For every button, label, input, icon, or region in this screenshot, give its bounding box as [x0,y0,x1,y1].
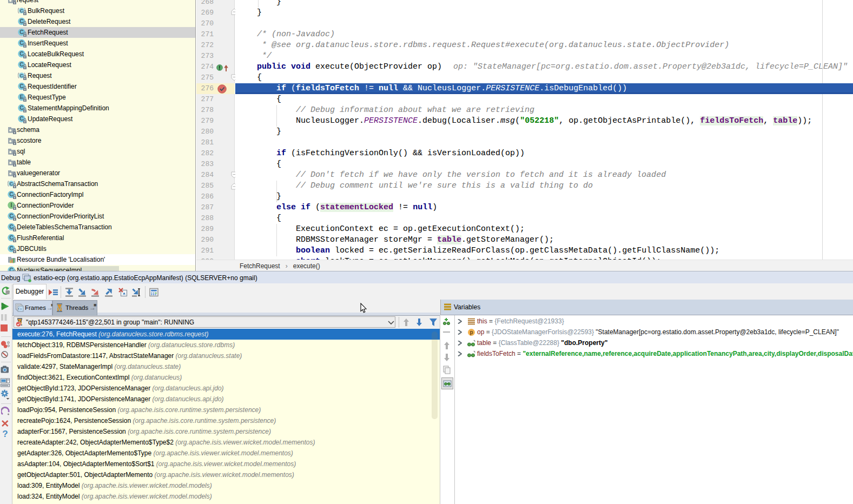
svg-text:?: ? [2,429,8,439]
svg-text:p: p [470,329,473,335]
